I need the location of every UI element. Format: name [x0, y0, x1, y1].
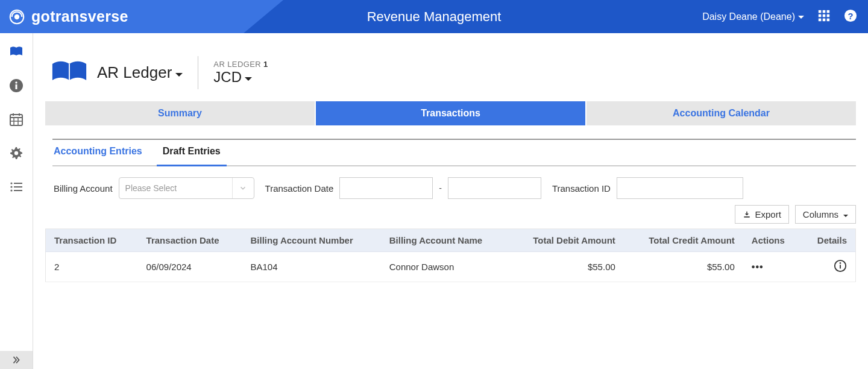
- svg-rect-30: [744, 216, 750, 217]
- ledger-name-dropdown[interactable]: JCD: [213, 69, 268, 86]
- svg-rect-16: [10, 115, 22, 125]
- ledger-eyebrow: AR LEDGER 1: [213, 60, 268, 69]
- export-button[interactable]: Export: [735, 205, 788, 224]
- svg-point-28: [10, 189, 12, 191]
- rail-expand-button[interactable]: [0, 351, 33, 369]
- cell-ban: BA104: [242, 252, 380, 282]
- svg-point-24: [10, 182, 12, 184]
- svg-rect-10: [827, 19, 830, 22]
- col-transaction-id[interactable]: Transaction ID: [46, 229, 138, 252]
- svg-rect-5: [819, 14, 822, 17]
- svg-rect-6: [823, 14, 826, 17]
- billing-account-select[interactable]: Please Select: [119, 177, 254, 199]
- columns-button[interactable]: Columns: [795, 205, 856, 224]
- caret-down-icon: [842, 209, 848, 219]
- col-total-debit[interactable]: Total Debit Amount: [509, 229, 624, 252]
- svg-rect-29: [14, 190, 22, 191]
- nav-settings-icon[interactable]: [8, 145, 24, 161]
- cell-credit: $55.00: [624, 252, 743, 282]
- page-title: Revenue Management: [367, 9, 502, 25]
- apps-grid-icon[interactable]: [817, 9, 831, 24]
- cell-txdate: 06/09/2024: [138, 252, 242, 282]
- col-details: Details: [801, 229, 855, 252]
- tab-summary[interactable]: Summary: [45, 101, 316, 125]
- billing-account-label: Billing Account: [54, 183, 113, 194]
- svg-point-33: [840, 263, 841, 263]
- ledger-section-dropdown[interactable]: AR Ledger: [97, 63, 183, 82]
- svg-rect-4: [827, 10, 830, 13]
- svg-rect-25: [14, 183, 22, 184]
- svg-point-23: [14, 151, 18, 155]
- brand-name: gotransverse: [31, 8, 128, 25]
- ledger-name: JCD: [213, 69, 242, 86]
- user-menu[interactable]: Daisy Deane (Deane): [702, 11, 804, 22]
- transaction-id-label: Transaction ID: [552, 183, 611, 194]
- transaction-date-label: Transaction Date: [265, 183, 334, 194]
- svg-rect-3: [823, 10, 826, 13]
- svg-rect-14: [16, 84, 17, 89]
- tab-accounting-calendar[interactable]: Accounting Calendar: [587, 101, 856, 125]
- svg-rect-9: [823, 19, 826, 22]
- nav-calendar-icon[interactable]: [8, 112, 24, 127]
- nav-info-icon[interactable]: [8, 78, 24, 93]
- caret-down-icon: [175, 63, 183, 82]
- export-label: Export: [755, 209, 781, 219]
- row-actions-menu[interactable]: •••: [752, 262, 764, 272]
- table-row: 2 06/09/2024 BA104 Connor Dawson $55.00 …: [46, 252, 856, 282]
- subtab-draft-entries[interactable]: Draft Entries: [162, 139, 222, 165]
- brand-logo-icon: [8, 8, 25, 25]
- cell-baname: Connor Dawson: [381, 252, 509, 282]
- nav-list-icon[interactable]: [8, 179, 24, 195]
- caret-down-icon: [798, 11, 804, 22]
- divider: [198, 56, 198, 89]
- svg-text:?: ?: [848, 11, 854, 21]
- nav-ledger-icon[interactable]: [8, 44, 24, 60]
- ledger-book-icon: [51, 59, 87, 86]
- svg-point-15: [15, 81, 17, 83]
- cell-txid: 2: [46, 252, 138, 282]
- col-total-credit[interactable]: Total Credit Amount: [624, 229, 743, 252]
- date-range-dash: -: [439, 183, 442, 193]
- svg-point-1: [14, 14, 19, 19]
- caret-down-icon: [245, 69, 252, 86]
- ledger-section-label: AR Ledger: [97, 63, 172, 82]
- download-icon: [743, 210, 751, 219]
- svg-rect-8: [819, 19, 822, 22]
- svg-point-26: [10, 186, 12, 188]
- col-transaction-date[interactable]: Transaction Date: [138, 229, 242, 252]
- row-details-button[interactable]: [834, 264, 847, 274]
- user-name: Daisy Deane (Deane): [702, 11, 795, 22]
- svg-rect-7: [827, 14, 830, 17]
- transaction-date-to-input[interactable]: [448, 177, 541, 199]
- col-billing-account-number[interactable]: Billing Account Number: [242, 229, 380, 252]
- cell-debit: $55.00: [509, 252, 624, 282]
- chevron-down-icon: [232, 178, 254, 198]
- subtab-accounting-entries[interactable]: Accounting Entries: [52, 139, 143, 165]
- billing-account-placeholder: Please Select: [125, 183, 177, 193]
- help-icon[interactable]: ?: [844, 9, 857, 24]
- tab-transactions[interactable]: Transactions: [316, 101, 587, 125]
- svg-rect-27: [14, 186, 22, 188]
- svg-rect-2: [819, 10, 822, 13]
- columns-label: Columns: [803, 209, 838, 219]
- col-billing-account-name[interactable]: Billing Account Name: [381, 229, 509, 252]
- transaction-id-input[interactable]: [617, 177, 743, 199]
- transaction-date-from-input[interactable]: [339, 177, 433, 199]
- col-actions: Actions: [743, 229, 801, 252]
